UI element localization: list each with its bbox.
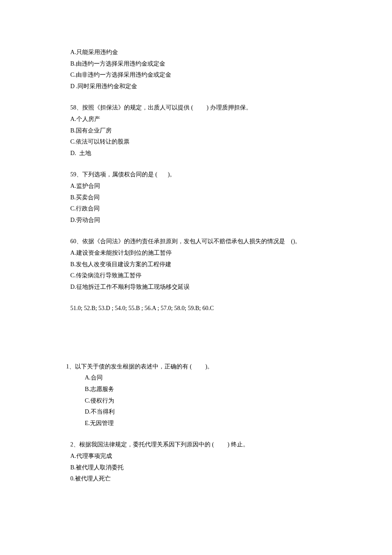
option-a: A.个人房产 [70, 114, 366, 125]
option-d: D .同时采用违约金和定金 [70, 81, 366, 92]
option-c: C.行政合同 [70, 203, 366, 215]
option-c: C.由非违约一方选择采用违约金或定金 [70, 69, 366, 81]
option-a: A.建设资金未能按计划到位的施工暂停 [70, 247, 366, 259]
option-b: B.发包人改变项目建设方案的工程停建 [70, 259, 366, 270]
question-stem: 60、依据《合同法》的违约责任承担原则，发包人可以不赔偿承包人损失的情况是 ()… [70, 236, 366, 247]
option-b: B.被代理人取消委托 [70, 462, 366, 474]
option-a: A.监护合同 [70, 181, 366, 192]
option-b: B.国有企业厂房 [70, 125, 366, 137]
option-d: D. 土地 [70, 148, 366, 159]
option-a: A.代理事项完成 [70, 451, 366, 462]
question-58: 58、按照《担保法》的规定，出质人可以提供 ( ) 办理质押担保。 A.个人房产… [70, 102, 366, 159]
option-c: C.依法可以转让的股票 [70, 136, 366, 148]
option-d: D.不当得利 [85, 406, 366, 418]
option-b: B.志愿服务 [85, 384, 366, 395]
answer-key-line: 51.0; 52.B; 53.D ; 54.0; 55.B ; 56.A ; 5… [70, 303, 366, 314]
option-c: C.侵权行为 [85, 395, 366, 407]
question-59: 59、下列选项，属债权合同的是 ( )。 A.监护合同 B.买卖合同 C.行政合… [70, 169, 366, 226]
question-stem: 59、下列选项，属债权合同的是 ( )。 [70, 169, 366, 181]
question-stem: 2、根据我国法律规定，委托代理关系因下列原因中的 ( ) 终止。 [70, 439, 366, 451]
document-page: A.只能采用违约金 B.由违约一方选择采用违约金或定金 C.由非违约一方选择采用… [0, 0, 392, 538]
option-c: 0.被代理人死亡 [70, 473, 366, 485]
question-stem: 1、以下关于债的发生根据的表述中，正确的有 ( )。 [66, 361, 366, 373]
option-b: B.买卖合同 [70, 192, 366, 204]
option-b: B.由违约一方选择采用违约金或定金 [70, 58, 366, 70]
option-a: A.只能采用违约金 [70, 47, 366, 58]
question-60: 60、依据《合同法》的违约责任承担原则，发包人可以不赔偿承包人损失的情况是 ()… [70, 236, 366, 293]
option-d: D.征地拆迁工作不顺利导致施工现场移交延误 [70, 282, 366, 293]
multi-question-1: 1、以下关于债的发生根据的表述中，正确的有 ( )。 A.合同 B.志愿服务 C… [70, 361, 366, 429]
option-d: D.劳动合同 [70, 215, 366, 226]
option-e: E.无因管理 [85, 418, 366, 429]
option-a: A.合同 [85, 372, 366, 384]
option-c: C.传染病流行导致施工暂停 [70, 270, 366, 282]
question-57-continuation: A.只能采用违约金 B.由违约一方选择采用违约金或定金 C.由非违约一方选择采用… [70, 47, 366, 92]
multi-question-2: 2、根据我国法律规定，委托代理关系因下列原因中的 ( ) 终止。 A.代理事项完… [70, 439, 366, 484]
question-stem: 58、按照《担保法》的规定，出质人可以提供 ( ) 办理质押担保。 [70, 102, 366, 114]
